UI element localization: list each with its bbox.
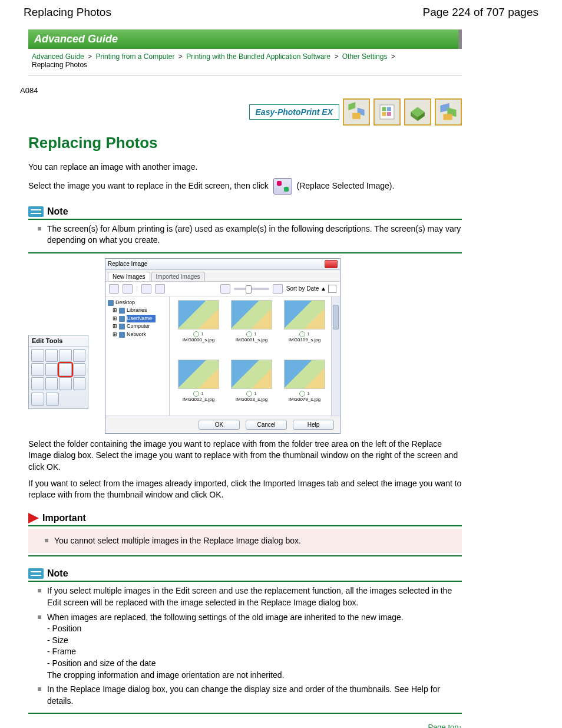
copies-icon [299, 331, 305, 337]
page-counter: Page 224 of 707 pages [422, 6, 538, 19]
thumbnail-grid[interactable]: 1IMG0000_s.jpg 1IMG0001_s.jpg 1IMG0109_s… [170, 297, 331, 416]
layout-thumb-icon [435, 98, 462, 126]
copies-icon [193, 331, 199, 337]
logo-row: Easy-PhotoPrint EX [28, 98, 462, 126]
tool-button[interactable] [45, 363, 58, 376]
thumb-large-icon [273, 284, 283, 294]
svg-rect-13 [444, 114, 452, 120]
edit-tools-panel: Edit Tools [28, 335, 88, 409]
tool-button[interactable] [31, 349, 44, 362]
folder-icon [119, 308, 125, 314]
note-item: When images are replaced, the following … [38, 612, 462, 681]
ok-button[interactable]: OK [199, 420, 240, 430]
scrollbar[interactable] [331, 297, 340, 416]
view-icon[interactable] [109, 284, 119, 294]
thumb-size-slider[interactable] [234, 288, 269, 290]
thumbnail-item[interactable]: 1IMG0002_s.jpg [173, 360, 224, 416]
close-icon[interactable] [325, 260, 338, 268]
thumb-small-icon [220, 284, 230, 294]
tool-button[interactable] [73, 349, 86, 362]
tool-button[interactable] [45, 377, 58, 390]
svg-rect-0 [348, 102, 355, 110]
note-header: Note [28, 566, 462, 582]
sort-label[interactable]: Sort by Date ▲ [286, 285, 326, 292]
folder-tree[interactable]: Desktop ⊞Libraries ⊞UserName ⊞Computer ⊞… [105, 297, 170, 416]
breadcrumb-link[interactable]: Other Settings [342, 52, 388, 61]
note-item: In the Replace Image dialog box, you can… [38, 684, 462, 707]
desktop-icon [108, 300, 114, 306]
important-item: You cannot select multiple images in the… [45, 535, 455, 547]
thumbnail-item[interactable]: 1IMG0000_s.jpg [173, 300, 224, 356]
breadcrumb-link[interactable]: Advanced Guide [32, 52, 84, 61]
para: Select the folder containing the image y… [28, 439, 462, 473]
tool-button[interactable] [45, 349, 58, 362]
tab-imported-images[interactable]: Imported Images [151, 272, 205, 281]
important-icon [28, 513, 39, 523]
intro-text: You can replace an image with another im… [28, 162, 462, 173]
note-item: If you select multiple images in the Edi… [38, 585, 462, 608]
replace-image-dialog: Replace Image New Images Imported Images… [105, 258, 340, 434]
sort-dropdown-icon[interactable] [328, 285, 336, 293]
note-icon [28, 568, 44, 579]
network-icon [119, 332, 125, 338]
page-top-link[interactable]: Page top↑ [428, 723, 462, 728]
note-item: The screen(s) for Album printing is (are… [38, 223, 462, 246]
breadcrumb-link[interactable]: Printing from a Computer [95, 52, 174, 61]
rotate-icon[interactable] [141, 284, 151, 294]
thumbnail-item[interactable]: 1IMG0109_s.jpg [279, 300, 330, 356]
thumbnail-item[interactable]: 1IMG0001_s.jpg [226, 300, 277, 356]
computer-icon [119, 324, 125, 330]
layout-thumb-icon [404, 98, 431, 126]
tool-button[interactable] [46, 393, 59, 406]
tool-button[interactable] [59, 349, 72, 362]
tool-button[interactable] [73, 377, 86, 390]
tool-button-replace-image[interactable] [59, 363, 72, 376]
copies-icon [193, 391, 199, 397]
tool-button[interactable] [31, 377, 44, 390]
page-title-small: Replacing Photos [24, 6, 111, 19]
svg-rect-2 [352, 113, 361, 119]
svg-rect-4 [382, 107, 386, 111]
help-button[interactable]: Help [293, 420, 334, 430]
replace-selected-image-icon [273, 178, 292, 195]
tool-button[interactable] [59, 377, 72, 390]
thumbnail-item[interactable]: 1IMG0079_s.jpg [279, 360, 330, 416]
dialog-title: Replace Image [108, 261, 147, 267]
thumbnail-item[interactable]: 1IMG0003_s.jpg [226, 360, 277, 416]
instruction-text: Select the image you want to replace in … [28, 178, 462, 195]
folder-icon [119, 316, 125, 322]
tool-button[interactable] [31, 363, 44, 376]
note-header: Note [28, 204, 462, 220]
breadcrumb-sep: > [88, 52, 92, 61]
cancel-button[interactable]: Cancel [246, 420, 287, 430]
svg-rect-5 [387, 107, 391, 111]
layout-thumb-icon [373, 98, 401, 126]
copies-icon [299, 391, 305, 397]
breadcrumb-current: Replacing Photos [32, 61, 87, 69]
important-header: Important [28, 510, 462, 526]
para: If you want to select from the images al… [28, 478, 462, 501]
breadcrumb-link[interactable]: Printing with the Bundled Application So… [186, 52, 330, 61]
note-icon [28, 206, 44, 217]
breadcrumb: Advanced Guide > Printing from a Compute… [28, 49, 462, 75]
copies-icon [246, 391, 252, 397]
tool-button[interactable] [73, 363, 86, 376]
svg-rect-7 [387, 112, 391, 116]
tab-new-images[interactable]: New Images [108, 272, 150, 281]
view-icon[interactable] [123, 284, 133, 294]
edit-tools-title: Edit Tools [29, 335, 88, 347]
tool-button[interactable] [31, 393, 44, 406]
copies-icon [246, 331, 252, 337]
svg-rect-6 [382, 112, 386, 116]
layout-thumb-icon [343, 98, 370, 126]
page-title: Replacing Photos [28, 134, 462, 152]
rotate-icon[interactable] [155, 284, 165, 294]
topic-code: A084 [20, 86, 538, 95]
app-logo: Easy-PhotoPrint EX [249, 104, 339, 120]
up-arrow-icon: ↑ [459, 724, 462, 728]
tree-selected[interactable]: UserName [127, 315, 156, 323]
guide-banner: Advanced Guide [28, 29, 462, 49]
